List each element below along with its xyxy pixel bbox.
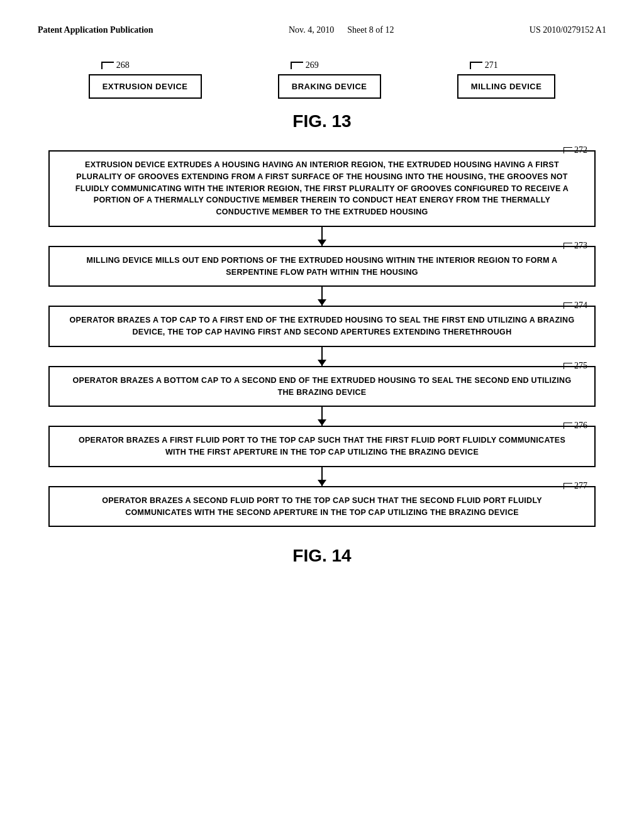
step-273-box: MILLING DEVICE MILLS OUT END PORTIONS OF… (48, 246, 596, 287)
step-272-wrapper: 272 EXTRUSION DEVICE EXTRUDES A HOUSING … (38, 150, 606, 227)
fig14-flowchart: 272 EXTRUSION DEVICE EXTRUDES A HOUSING … (38, 150, 606, 527)
fig13-section: 268 EXTRUSION DEVICE 269 BRAKING DEVICE … (38, 60, 606, 131)
milling-ref-label: 271 (470, 60, 498, 70)
fig13-title: FIG. 13 (38, 111, 606, 131)
patent-page: Patent Application Publication Nov. 4, 2… (0, 0, 644, 830)
step-273-wrapper: 273 MILLING DEVICE MILLS OUT END PORTION… (38, 246, 606, 287)
milling-device-box: MILLING DEVICE (457, 74, 555, 99)
arrow-274-275 (321, 347, 323, 366)
ref-276-bracket-icon (564, 423, 572, 429)
extrusion-ref-num: 268 (116, 60, 130, 70)
ref-274-num: 274 (574, 301, 587, 311)
ref-273-bracket-icon (564, 243, 572, 249)
step-277-wrapper: 277 OPERATOR BRAZES A SECOND FLUID PORT … (38, 486, 606, 528)
step-274-wrapper: 274 OPERATOR BRAZES A TOP CAP TO A FIRST… (38, 306, 606, 347)
step-277-box: OPERATOR BRAZES A SECOND FLUID PORT TO T… (48, 486, 596, 528)
arrow-275-276 (321, 407, 323, 426)
arrow-276-277 (321, 467, 323, 486)
step-272-box: EXTRUSION DEVICE EXTRUDES A HOUSING HAVI… (48, 150, 596, 227)
milling-ref-num: 271 (485, 60, 498, 70)
step-275-wrapper: 275 OPERATOR BRAZES A BOTTOM CAP TO A SE… (38, 366, 606, 407)
braking-ref-label: 269 (291, 60, 319, 70)
ref-272-bracket-icon (564, 147, 572, 153)
ref-275-bracket-icon (564, 363, 572, 369)
fig13-boxes: 268 EXTRUSION DEVICE 269 BRAKING DEVICE … (38, 60, 606, 99)
extrusion-bracket-icon (101, 62, 114, 69)
arrow-272-273 (321, 227, 323, 246)
ref-275-num: 275 (574, 361, 587, 371)
step-276-box: OPERATOR BRAZES A FIRST FLUID PORT TO TH… (48, 426, 596, 467)
braking-device-wrapper: 269 BRAKING DEVICE (278, 60, 381, 99)
ref-274-label: 274 (564, 301, 587, 311)
page-header: Patent Application Publication Nov. 4, 2… (38, 25, 606, 35)
ref-273-label: 273 (564, 241, 587, 251)
ref-277-label: 277 (564, 481, 587, 491)
ref-273-num: 273 (574, 241, 587, 251)
header-date-sheet: Nov. 4, 2010 Sheet 8 of 12 (289, 25, 394, 35)
extrusion-device-box: EXTRUSION DEVICE (89, 74, 202, 99)
step-274-box: OPERATOR BRAZES A TOP CAP TO A FIRST END… (48, 306, 596, 347)
ref-276-label: 276 (564, 421, 587, 431)
ref-277-num: 277 (574, 481, 587, 491)
milling-bracket-icon (470, 62, 482, 69)
step-275-box: OPERATOR BRAZES A BOTTOM CAP TO A SECOND… (48, 366, 596, 407)
extrusion-ref-label: 268 (101, 60, 130, 70)
milling-device-wrapper: 271 MILLING DEVICE (457, 60, 555, 99)
ref-274-bracket-icon (564, 302, 572, 309)
arrow-273-274 (321, 287, 323, 306)
step-276-wrapper: 276 OPERATOR BRAZES A FIRST FLUID PORT T… (38, 426, 606, 467)
ref-277-bracket-icon (564, 483, 572, 489)
ref-272-label: 272 (564, 145, 587, 155)
braking-ref-num: 269 (306, 60, 319, 70)
ref-272-num: 272 (574, 145, 587, 155)
header-patent-number: US 2010/0279152 A1 (530, 25, 606, 35)
header-publication-label: Patent Application Publication (38, 25, 153, 35)
header-sheet: Sheet 8 of 12 (347, 25, 394, 35)
ref-276-num: 276 (574, 421, 587, 431)
extrusion-device-wrapper: 268 EXTRUSION DEVICE (89, 60, 202, 99)
header-date: Nov. 4, 2010 (289, 25, 334, 35)
braking-device-box: BRAKING DEVICE (278, 74, 381, 99)
braking-bracket-icon (291, 62, 303, 69)
ref-275-label: 275 (564, 361, 587, 371)
fig14-title: FIG. 14 (38, 546, 606, 566)
